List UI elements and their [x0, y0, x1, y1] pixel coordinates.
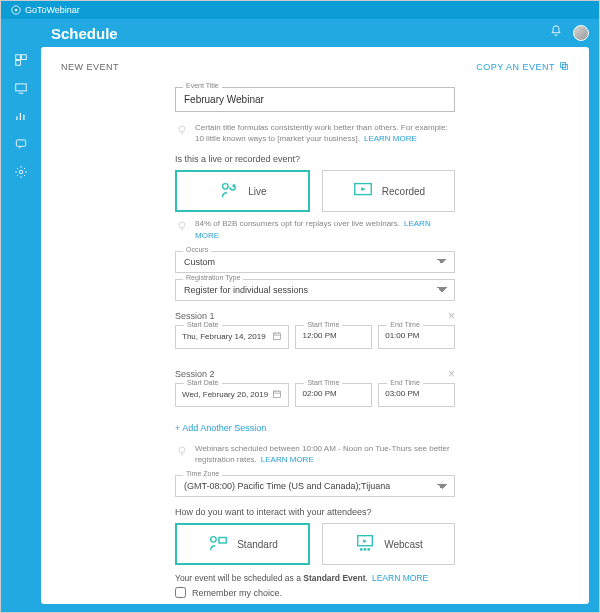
svg-point-17 — [211, 537, 217, 543]
bell-icon[interactable] — [549, 24, 563, 42]
rail-chat-icon[interactable] — [14, 137, 28, 151]
rail-dashboard-icon[interactable] — [14, 53, 28, 67]
svg-rect-5 — [16, 84, 27, 91]
svg-point-10 — [179, 126, 185, 132]
svg-rect-15 — [274, 391, 281, 397]
learn-more-link[interactable]: LEARN MORE — [364, 134, 417, 143]
session2-end-input[interactable]: End Time03:00 PM — [378, 383, 455, 407]
calendar-icon — [272, 331, 282, 343]
svg-rect-2 — [16, 55, 21, 60]
svg-point-1 — [15, 9, 18, 12]
choice-live-card[interactable]: Live — [175, 170, 310, 212]
rail-analytics-icon[interactable] — [14, 109, 28, 123]
close-icon[interactable]: × — [448, 367, 455, 381]
question-live-recorded: Is this a live or recorded event? — [175, 154, 455, 164]
copy-event-link[interactable]: COPY AN EVENT — [476, 61, 569, 73]
tz-label: Time Zone — [183, 470, 222, 477]
webcast-icon — [354, 532, 376, 556]
calendar-icon — [272, 389, 282, 401]
regtype-select[interactable]: Register for individual sessions — [175, 279, 455, 301]
tip-live-text: 84% of B2B consumers opt for replays ove… — [195, 218, 455, 240]
svg-point-21 — [364, 548, 367, 551]
page-title: Schedule — [51, 25, 118, 42]
event-title-label: Event Title — [183, 82, 222, 89]
learn-more-link[interactable]: LEARN MORE — [372, 573, 428, 583]
remember-choice-checkbox[interactable]: Remember my choice. — [175, 587, 455, 598]
question-interact: How do you want to interact with your at… — [175, 507, 455, 517]
choice-standard-card[interactable]: Standard — [175, 523, 310, 565]
svg-rect-9 — [561, 63, 566, 68]
close-icon[interactable]: × — [448, 309, 455, 323]
svg-point-11 — [223, 184, 229, 190]
tip-sched-text: Webinars scheduled between 10:00 AM - No… — [195, 443, 455, 465]
standard-icon — [207, 532, 229, 556]
occurs-label: Occurs — [183, 246, 211, 253]
svg-point-7 — [19, 170, 23, 174]
avatar[interactable] — [573, 25, 589, 41]
brand-name: GoToWebinar — [25, 5, 80, 15]
panel-heading: NEW EVENT — [61, 62, 119, 72]
add-session-link[interactable]: + Add Another Session — [175, 423, 455, 433]
event-title-input[interactable] — [175, 87, 455, 112]
choice-webcast-card[interactable]: Webcast — [322, 523, 455, 565]
svg-point-16 — [179, 447, 185, 453]
timezone-select[interactable]: (GMT-08:00) Pacific Time (US and Canada)… — [175, 475, 455, 497]
lightbulb-icon — [175, 218, 189, 236]
occurs-select[interactable]: Custom — [175, 251, 455, 273]
session-title: Session 2 — [175, 369, 215, 379]
svg-rect-6 — [16, 140, 25, 146]
svg-rect-4 — [16, 61, 21, 66]
session1-date-input[interactable]: Start DateThu, February 14, 2019 — [175, 325, 289, 349]
svg-rect-3 — [22, 55, 27, 60]
brand-icon — [11, 5, 21, 15]
lightbulb-icon — [175, 443, 189, 461]
lightbulb-icon — [175, 122, 189, 140]
event-type-note: Your event will be scheduled as a Standa… — [175, 573, 455, 583]
session2-start-input[interactable]: Start Time02:00 PM — [295, 383, 372, 407]
svg-point-13 — [179, 222, 185, 228]
rail-settings-icon[interactable] — [14, 165, 28, 179]
svg-rect-8 — [562, 64, 567, 69]
copy-icon — [559, 61, 569, 73]
svg-rect-18 — [219, 538, 226, 544]
learn-more-link[interactable]: LEARN MORE — [261, 455, 314, 464]
recorded-icon — [352, 179, 374, 203]
tip-title-text: Certain title formulas consistently work… — [195, 122, 455, 144]
svg-point-20 — [360, 548, 363, 551]
session-title: Session 1 — [175, 311, 215, 321]
regtype-label: Registration Type — [183, 274, 243, 281]
live-icon — [218, 179, 240, 203]
session2-date-input[interactable]: Start DateWed, February 20, 2019 — [175, 383, 289, 407]
svg-rect-14 — [274, 333, 281, 339]
session1-end-input[interactable]: End Time01:00 PM — [378, 325, 455, 349]
svg-point-22 — [367, 548, 370, 551]
rail-monitor-icon[interactable] — [14, 81, 28, 95]
session1-start-input[interactable]: Start Time12:00 PM — [295, 325, 372, 349]
choice-recorded-card[interactable]: Recorded — [322, 170, 455, 212]
